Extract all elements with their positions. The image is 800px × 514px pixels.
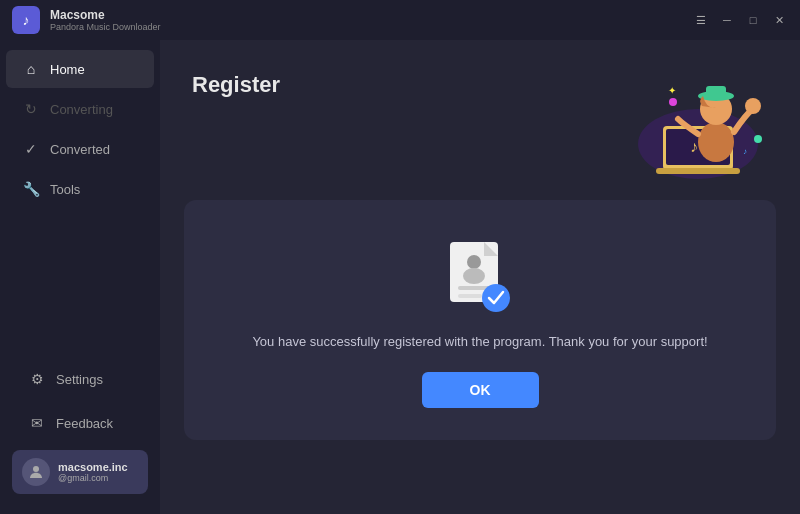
sidebar-item-settings[interactable]: ⚙ Settings (12, 360, 148, 398)
illustration: ♪ ✦ (568, 54, 768, 184)
titlebar-controls: ☰ ─ □ ✕ (692, 11, 788, 29)
sidebar-item-converted[interactable]: ✓ Converted (6, 130, 154, 168)
svg-text:✦: ✦ (668, 85, 676, 96)
svg-rect-20 (458, 294, 482, 298)
sidebar-nav: ⌂ Home ↻ Converting ✓ Converted 🔧 Tools (0, 48, 160, 350)
svg-point-17 (467, 255, 481, 269)
user-email: @gmail.com (58, 473, 128, 483)
svg-point-6 (698, 122, 734, 162)
sidebar-item-tools[interactable]: 🔧 Tools (6, 170, 154, 208)
sidebar-item-converted-label: Converted (50, 142, 110, 157)
app-title: Macsome (50, 8, 161, 22)
sidebar-item-home-label: Home (50, 62, 85, 77)
sidebar-bottom: ⚙ Settings ✉ Feedback macsome.inc @gmail… (0, 350, 160, 506)
user-info: macsome.inc @gmail.com (58, 461, 128, 483)
close-button[interactable]: ✕ (770, 11, 788, 29)
dialog-card: You have successfully registered with th… (184, 200, 776, 440)
sidebar-item-settings-label: Settings (56, 372, 103, 387)
svg-rect-9 (706, 86, 726, 100)
app-subtitle: Pandora Music Downloader (50, 22, 161, 32)
page-title: Register (192, 72, 280, 98)
home-icon: ⌂ (22, 60, 40, 78)
tools-icon: 🔧 (22, 180, 40, 198)
svg-text:♪: ♪ (690, 138, 698, 155)
svg-point-12 (754, 135, 762, 143)
content-area: Register ♪ (160, 40, 800, 514)
svg-point-18 (463, 268, 485, 284)
converting-icon: ↻ (22, 100, 40, 118)
main-layout: ⌂ Home ↻ Converting ✓ Converted 🔧 Tools … (0, 40, 800, 514)
minimize-button[interactable]: ─ (718, 11, 736, 29)
success-icon (444, 240, 516, 312)
user-name: macsome.inc (58, 461, 128, 473)
svg-rect-4 (656, 168, 740, 174)
sidebar-item-converting: ↻ Converting (6, 90, 154, 128)
sidebar-item-home[interactable]: ⌂ Home (6, 50, 154, 88)
svg-point-10 (745, 98, 761, 114)
svg-text:♪: ♪ (743, 147, 747, 156)
menu-button[interactable]: ☰ (692, 11, 710, 29)
titlebar-left: ♪ Macsome Pandora Music Downloader (12, 6, 161, 34)
svg-point-11 (669, 98, 677, 106)
svg-point-21 (482, 284, 510, 312)
sidebar-item-feedback[interactable]: ✉ Feedback (12, 404, 148, 442)
user-badge[interactable]: macsome.inc @gmail.com (12, 450, 148, 494)
sidebar-item-tools-label: Tools (50, 182, 80, 197)
app-logo-symbol: ♪ (23, 12, 30, 28)
app-name-block: Macsome Pandora Music Downloader (50, 8, 161, 32)
register-header: Register ♪ (160, 40, 800, 200)
sidebar: ⌂ Home ↻ Converting ✓ Converted 🔧 Tools … (0, 40, 160, 514)
success-message: You have successfully registered with th… (252, 332, 707, 352)
settings-icon: ⚙ (28, 370, 46, 388)
feedback-icon: ✉ (28, 414, 46, 432)
ok-button[interactable]: OK (422, 372, 539, 408)
sidebar-item-feedback-label: Feedback (56, 416, 113, 431)
converted-icon: ✓ (22, 140, 40, 158)
titlebar: ♪ Macsome Pandora Music Downloader ☰ ─ □… (0, 0, 800, 40)
avatar (22, 458, 50, 486)
app-logo: ♪ (12, 6, 40, 34)
sidebar-item-converting-label: Converting (50, 102, 113, 117)
maximize-button[interactable]: □ (744, 11, 762, 29)
svg-point-0 (33, 466, 39, 472)
